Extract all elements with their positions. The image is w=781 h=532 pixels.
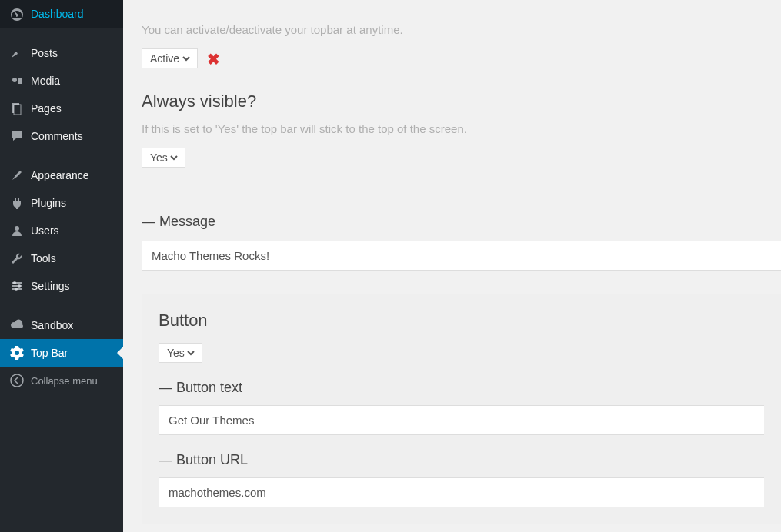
sidebar-label: Settings (31, 280, 70, 292)
button-url-input[interactable] (159, 477, 764, 507)
sidebar-label: Tools (31, 252, 56, 264)
svg-point-10 (15, 288, 18, 291)
close-icon[interactable]: ✖ (207, 50, 220, 68)
sidebar-item-settings[interactable]: Settings (0, 272, 123, 300)
wrench-icon (9, 251, 25, 266)
sidebar-item-pages[interactable]: Pages (0, 95, 123, 122)
comments-icon (9, 128, 25, 144)
message-input[interactable] (142, 241, 781, 271)
collapse-icon (9, 373, 25, 388)
users-icon (9, 223, 25, 238)
button-url-label: — Button URL (159, 452, 764, 468)
sidebar-label: Comments (31, 130, 83, 142)
button-panel: Button Yes — Button text — Button URL (142, 294, 781, 524)
svg-point-0 (12, 78, 17, 82)
collapse-menu[interactable]: Collapse menu (0, 367, 123, 394)
cloud-icon (9, 318, 25, 333)
pages-icon (9, 101, 25, 116)
always-visible-select-wrap: Yes (142, 148, 185, 168)
always-visible-title: Always visible? (142, 91, 781, 111)
sidebar-label: Pages (31, 102, 62, 115)
sliders-icon (9, 278, 25, 294)
sidebar-label: Dashboard (31, 8, 84, 20)
always-visible-select[interactable]: Yes (147, 151, 180, 165)
admin-sidebar: Dashboard Posts Media Pages Comments App… (0, 0, 123, 532)
svg-rect-3 (14, 105, 21, 115)
plug-icon (9, 195, 25, 211)
activate-hint: You can activate/deactivate your topbar … (142, 23, 781, 36)
button-select-wrap: Yes (159, 343, 202, 363)
dashboard-icon (9, 6, 25, 22)
brush-icon (9, 168, 25, 183)
sidebar-item-sandbox[interactable]: Sandbox (0, 311, 123, 339)
svg-point-9 (18, 284, 21, 288)
pin-icon (9, 45, 25, 61)
sidebar-item-media[interactable]: Media (0, 67, 123, 95)
always-visible-hint: If this is set to 'Yes' the top bar will… (142, 122, 781, 135)
sidebar-label: Top Bar (31, 347, 68, 359)
sidebar-label: Posts (31, 47, 58, 59)
sidebar-item-plugins[interactable]: Plugins (0, 189, 123, 217)
media-icon (9, 73, 25, 88)
button-text-label: — Button text (159, 380, 764, 396)
svg-point-4 (15, 226, 19, 231)
svg-rect-1 (18, 78, 22, 84)
status-select-wrap: Active (142, 48, 198, 68)
sidebar-item-topbar[interactable]: Top Bar (0, 339, 123, 367)
gear-icon (9, 345, 25, 361)
message-label: — Message (142, 214, 781, 230)
button-text-input[interactable] (159, 405, 764, 435)
main-content: You can activate/deactivate your topbar … (123, 0, 781, 532)
sidebar-item-dashboard[interactable]: Dashboard (0, 0, 123, 28)
sidebar-item-appearance[interactable]: Appearance (0, 161, 123, 189)
svg-point-8 (13, 281, 16, 284)
button-enable-select[interactable]: Yes (164, 346, 197, 360)
sidebar-item-comments[interactable]: Comments (0, 122, 123, 150)
sidebar-label: Sandbox (31, 319, 73, 331)
collapse-label: Collapse menu (31, 375, 98, 387)
sidebar-item-tools[interactable]: Tools (0, 244, 123, 272)
sidebar-item-users[interactable]: Users (0, 217, 123, 244)
svg-point-11 (11, 374, 23, 387)
button-title: Button (159, 311, 764, 331)
sidebar-label: Plugins (31, 197, 66, 209)
sidebar-label: Users (31, 224, 59, 237)
status-select[interactable]: Active (147, 52, 192, 65)
sidebar-item-posts[interactable]: Posts (0, 39, 123, 67)
sidebar-label: Appearance (31, 169, 89, 181)
sidebar-label: Media (31, 75, 60, 87)
